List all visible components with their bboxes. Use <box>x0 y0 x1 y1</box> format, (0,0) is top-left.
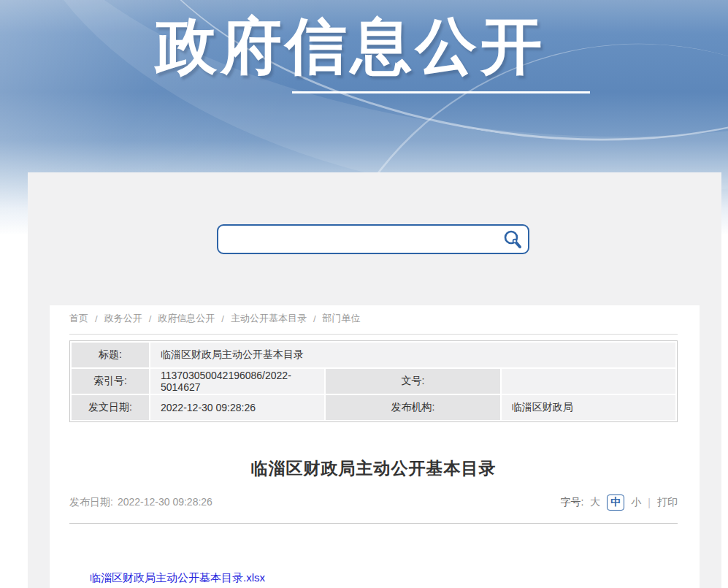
table-row: 标题: 临淄区财政局主动公开基本目录 <box>72 343 675 367</box>
index-number-value-cell: 113703050042196086/2022-5014627 <box>150 369 324 394</box>
breadcrumb-separator: / <box>313 313 316 324</box>
publish-date-label: 发布日期: <box>69 496 113 509</box>
print-button[interactable]: 打印 <box>657 496 678 509</box>
article-divider <box>69 523 678 524</box>
breadcrumb-divider <box>69 334 678 335</box>
breadcrumb-item-departments[interactable]: 部门单位 <box>323 312 361 325</box>
breadcrumb-item-home[interactable]: 首页 <box>69 312 88 325</box>
breadcrumb-separator: / <box>95 313 98 324</box>
attachment-row: 临淄区财政局主动公开基本目录.xlsx <box>90 571 265 585</box>
doc-number-label-cell: 文号: <box>326 369 499 394</box>
search-button[interactable] <box>502 229 528 251</box>
page-title: 政府信息公开 <box>156 13 545 80</box>
table-row: 索引号: 113703050042196086/2022-5014627 文号: <box>72 369 675 394</box>
publish-date: 发布日期: 2022-12-30 09:28:26 <box>69 496 212 509</box>
font-size-medium-button[interactable]: 中 <box>607 495 624 511</box>
doc-number-value-cell <box>502 369 675 394</box>
search-box <box>217 224 529 254</box>
title-value-cell: 临淄区财政局主动公开基本目录 <box>150 343 675 367</box>
index-number-label-cell: 索引号: <box>72 369 149 394</box>
breadcrumb-item-info-disclosure[interactable]: 政府信息公开 <box>158 312 215 325</box>
breadcrumb: 首页 / 政务公开 / 政府信息公开 / 主动公开基本目录 / 部门单位 <box>69 312 361 325</box>
breadcrumb-separator: / <box>221 313 224 324</box>
search-icon <box>502 229 524 251</box>
breadcrumb-item-zhengwu[interactable]: 政务公开 <box>104 312 142 325</box>
issue-date-label-cell: 发文日期: <box>72 395 149 420</box>
breadcrumb-separator: / <box>149 313 152 324</box>
publisher-value-cell: 临淄区财政局 <box>502 395 675 420</box>
search-input[interactable] <box>218 226 502 253</box>
publish-date-value: 2022-12-30 09:28:26 <box>118 496 212 509</box>
title-label-cell: 标题: <box>72 343 149 367</box>
breadcrumb-item-catalog[interactable]: 主动公开基本目录 <box>231 312 307 325</box>
issue-date-value-cell: 2022-12-30 09:28:26 <box>150 395 324 420</box>
attachment-link[interactable]: 临淄区财政局主动公开基本目录.xlsx <box>90 571 265 584</box>
publisher-label-cell: 发布机构: <box>326 395 499 420</box>
font-size-control: 字号: 大 中 小 | 打印 <box>560 495 678 511</box>
font-size-small-button[interactable]: 小 <box>631 496 641 509</box>
title-underline <box>292 91 590 93</box>
article-panel: 首页 / 政务公开 / 政府信息公开 / 主动公开基本目录 / 部门单位 标题:… <box>50 305 700 588</box>
table-row: 发文日期: 2022-12-30 09:28:26 发布机构: 临淄区财政局 <box>72 395 675 420</box>
document-meta-table: 标题: 临淄区财政局主动公开基本目录 索引号: 1137030500421960… <box>69 340 678 422</box>
font-size-label: 字号: <box>560 496 583 509</box>
article-title: 临淄区财政局主动公开基本目录 <box>69 457 678 480</box>
font-size-large-button[interactable]: 大 <box>590 496 600 509</box>
meta-divider: | <box>648 497 651 508</box>
article-meta-row: 发布日期: 2022-12-30 09:28:26 字号: 大 中 小 | 打印 <box>69 494 678 511</box>
